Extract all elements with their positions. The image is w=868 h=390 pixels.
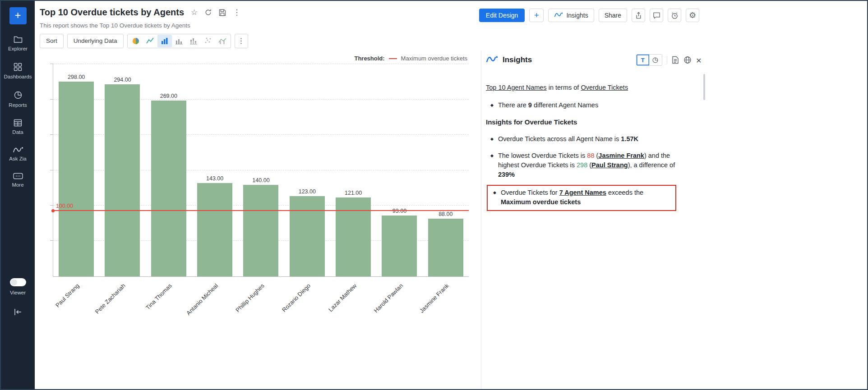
bar[interactable]	[382, 216, 417, 276]
insight-link[interactable]: Top 10 Agent Names	[486, 84, 547, 91]
insight-emphasis: 9	[528, 101, 532, 109]
bar-slot: 269.00	[146, 64, 192, 276]
insights-button-label: Insights	[566, 12, 588, 19]
toolbar-kebab-icon[interactable]: ⋮	[235, 34, 248, 48]
insight-text: The lowest Overdue Tickets is 88 (Jasmin…	[498, 151, 682, 179]
sidebar-item-dashboards[interactable]: Dashboards	[1, 63, 35, 79]
viewer-label: Viewer	[10, 290, 26, 295]
threshold-legend-text: Maximum overdue tickets	[401, 55, 467, 62]
bar[interactable]	[59, 82, 94, 276]
viewer-mode-toggle[interactable]	[10, 278, 26, 286]
folder-icon	[14, 36, 23, 43]
sort-button[interactable]: Sort	[40, 34, 64, 48]
scatter-chart-type-icon[interactable]	[201, 35, 215, 47]
sidebar-item-reports[interactable]: Reports	[1, 91, 35, 108]
collapse-sidebar-icon[interactable]	[14, 308, 23, 318]
bar-value-label: 143.00	[206, 175, 223, 182]
close-icon[interactable]: ×	[696, 55, 702, 65]
bar-value-label: 294.00	[114, 77, 131, 83]
x-axis-label: Harold Pawlan	[372, 282, 404, 314]
toggle-knob	[11, 279, 17, 285]
add-report-button[interactable]: +	[529, 9, 544, 22]
insight-emphasis: 1.57K	[621, 135, 638, 142]
sidebar-bottom: Viewer	[10, 278, 26, 318]
underlying-data-button[interactable]: Underlying Data	[67, 34, 124, 48]
sidebar-item-ask-zia[interactable]: Ask Zia	[1, 146, 35, 161]
insight-summary-line: Top 10 Agent Names in terms of Overdue T…	[486, 83, 714, 92]
more-options-kebab-icon[interactable]: ⋮	[233, 9, 240, 16]
report-description: This report shows the Top 10 Overdue tic…	[40, 22, 190, 29]
globe-icon[interactable]	[683, 56, 692, 64]
diamond-bullet-icon: ◆	[490, 153, 494, 179]
threshold-line[interactable]: 100.00	[53, 210, 469, 211]
bar-value-label: 93.00	[392, 208, 406, 214]
pie-chart-type-icon[interactable]	[129, 35, 143, 47]
insights-panel: Insights T × Top 10 Agent Names in terms…	[481, 50, 868, 389]
table-icon	[14, 119, 22, 127]
refresh-icon[interactable]	[204, 9, 212, 16]
insight-link[interactable]: Paul Strang	[591, 161, 628, 169]
x-slot: Lazar Mathew	[330, 277, 376, 331]
insights-button[interactable]: Insights	[548, 9, 594, 22]
insight-link[interactable]: Overdue Tickets	[581, 84, 628, 91]
insights-view-tabs: T	[636, 54, 662, 66]
x-axis-label: Lazar Mathew	[327, 282, 358, 313]
bar[interactable]	[290, 196, 325, 276]
grouped-bar-chart-type-icon[interactable]	[172, 35, 186, 47]
x-axis-label: Phillip Hughes	[234, 282, 265, 313]
sidebar-item-data[interactable]: Data	[1, 119, 35, 135]
insight-text: There are 9 different Agent Names	[498, 101, 598, 110]
bar[interactable]	[428, 219, 463, 276]
bar-value-label: 269.00	[160, 93, 177, 99]
settings-gear-icon[interactable]: ⚙	[686, 9, 699, 22]
header-actions: Edit Design + Insights Share ⚙	[479, 8, 699, 23]
chart-view-tab[interactable]	[649, 55, 662, 65]
x-axis-label: Pete Zachariah	[94, 282, 127, 315]
sidebar-item-explorer[interactable]: Explorer	[1, 36, 35, 51]
edit-design-button[interactable]: Edit Design	[479, 9, 525, 22]
bar-value-label: 298.00	[68, 74, 85, 80]
chart-area: Threshold: Maximum overdue tickets 298.0…	[35, 50, 481, 389]
alert-clock-icon[interactable]	[668, 9, 681, 22]
insight-bullet: ◆ Overdue Tickets across all Agent Name …	[486, 134, 714, 144]
x-axis-label: Paul Strang	[54, 282, 81, 309]
comments-icon[interactable]	[650, 9, 663, 22]
chart-type-switcher	[127, 34, 231, 48]
bar[interactable]	[105, 84, 140, 276]
bar[interactable]	[243, 185, 278, 276]
bar-value-label: 121.00	[345, 190, 362, 196]
x-axis-labels: Paul StrangPete ZachariahTina ThomasAnta…	[53, 277, 469, 331]
bar-slot: 298.00	[53, 64, 99, 276]
sidebar: + Explorer Dashboards Reports Data Ask Z…	[1, 1, 35, 389]
bar[interactable]	[336, 197, 371, 276]
document-icon[interactable]	[672, 56, 679, 64]
insight-emphasis: 298	[577, 161, 587, 169]
bar[interactable]	[151, 101, 186, 276]
insights-header: Insights T ×	[486, 54, 702, 66]
x-axis-label: Jasmine Frank	[418, 282, 450, 314]
insight-bullet: ◆ The lowest Overdue Tickets is 88 (Jasm…	[486, 151, 714, 179]
insight-link[interactable]: Jasmine Frank	[598, 152, 644, 159]
combo-chart-type-icon[interactable]	[215, 35, 230, 47]
save-icon[interactable]	[219, 9, 226, 16]
bar[interactable]	[197, 183, 232, 276]
sidebar-item-label: Ask Zia	[9, 156, 26, 161]
line-chart-type-icon[interactable]	[143, 35, 157, 47]
highlighted-insight-box: ◆ Overdue Tickets for 7 Agent Names exce…	[487, 185, 676, 211]
favorite-star-icon[interactable]: ☆	[191, 9, 198, 16]
text-view-tab[interactable]: T	[637, 55, 649, 65]
insight-link[interactable]: 7 Agent Names	[559, 189, 606, 196]
insight-text: Overdue Tickets across all Agent Name is…	[498, 134, 638, 144]
create-new-button[interactable]: +	[9, 7, 27, 24]
sidebar-item-label: Dashboards	[4, 74, 32, 79]
stacked-bar-chart-type-icon[interactable]	[186, 35, 201, 47]
zia-insights-icon	[554, 12, 563, 19]
bar-chart-type-icon[interactable]	[157, 35, 172, 47]
sidebar-item-more[interactable]: More	[1, 173, 35, 188]
share-button[interactable]: Share	[599, 9, 627, 22]
export-icon[interactable]	[632, 9, 645, 22]
x-slot: Antanio Micheal	[191, 277, 237, 331]
threshold-label: 100.00	[56, 203, 73, 209]
zia-logo-icon	[486, 55, 498, 65]
bar-slot: 121.00	[330, 64, 376, 276]
